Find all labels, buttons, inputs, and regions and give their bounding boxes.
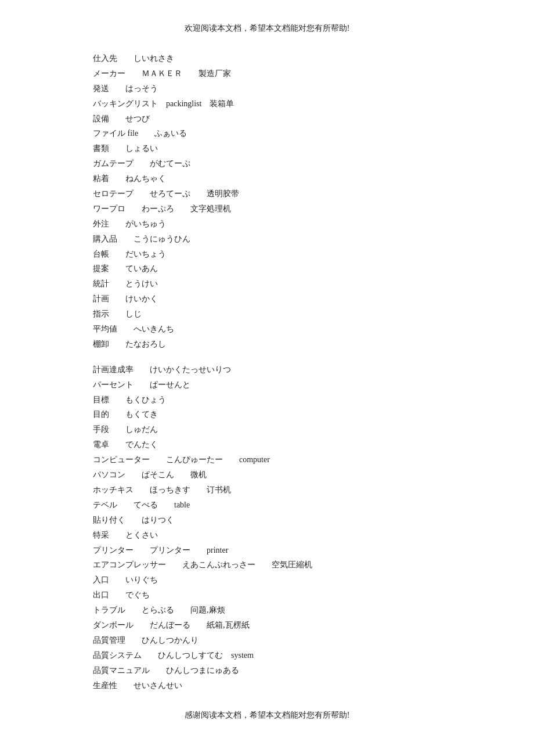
list-item: 入口 いりぐち — [93, 573, 499, 588]
list-item: パーセント ぱーせんと — [93, 377, 499, 393]
list-item: 品質システム ひんしつしすてむ system — [93, 648, 499, 663]
footer-text: 感谢阅读本文档，希望本文档能对您有所帮助! — [35, 710, 499, 721]
list-item: 棚卸 たなおろし — [93, 337, 499, 352]
list-item: 提案 ていあん — [93, 261, 499, 276]
list-item: ホッチキス ほっちきす 订书机 — [93, 483, 499, 498]
list-item: 粘着 ねんちゃく — [93, 171, 499, 186]
list-item: パソコン ぱそこん 微机 — [93, 467, 499, 483]
list-item: メーカー ＭＡＫＥＲ 製造厂家 — [93, 66, 499, 81]
list-item: 平均値 へいきんち — [93, 322, 499, 337]
list-item: 手段 しゅだん — [93, 422, 499, 437]
header: 欢迎阅读本文档，希望本文档能对您有所帮助! — [35, 23, 499, 34]
list-item: 購入品 こうにゅうひん — [93, 232, 499, 247]
list-item: 指示 しじ — [93, 307, 499, 322]
list-item: 計画達成率 けいかくたっせいりつ — [93, 362, 499, 377]
section-gap — [93, 352, 499, 362]
list-item: コンピューター こんぴゅーたー computer — [93, 452, 499, 467]
list-item: 発送 はっそう — [93, 81, 499, 96]
list-item: 品質マニュアル ひんしつまにゅある — [93, 663, 499, 678]
list-item: プリンター プリンター printer — [93, 543, 499, 558]
list-item: 貼り付く はりつく — [93, 513, 499, 528]
list-item: ダンボール だんぼーる 紙箱,瓦楞紙 — [93, 618, 499, 633]
list-item: 目標 もくひょう — [93, 393, 499, 408]
header-text: 欢迎阅读本文档，希望本文档能对您有所帮助! — [35, 23, 499, 34]
list-item: 台帳 だいちょう — [93, 247, 499, 262]
list-item: 生産性 せいさんせい — [93, 678, 499, 693]
list-item: 統計 とうけい — [93, 276, 499, 291]
section1: 仕入先 しいれさきメーカー ＭＡＫＥＲ 製造厂家発送 はっそうバッキングリスト … — [93, 51, 499, 352]
list-item: ファイル file ふぁいる — [93, 126, 499, 141]
list-item: 電卓 でんたく — [93, 437, 499, 452]
footer: 感谢阅读本文档，希望本文档能对您有所帮助! — [35, 710, 499, 721]
main-content: 仕入先 しいれさきメーカー ＭＡＫＥＲ 製造厂家発送 はっそうバッキングリスト … — [93, 51, 499, 693]
list-item: 仕入先 しいれさき — [93, 51, 499, 66]
list-item: 設備 せつび — [93, 111, 499, 127]
list-item: 書類 しょるい — [93, 141, 499, 156]
list-item: ワープロ わーぷろ 文字処理机 — [93, 201, 499, 217]
list-item: 目的 もくてき — [93, 407, 499, 422]
list-item: エアコンプレッサー えあこんぷれっさー 空気圧縮机 — [93, 557, 499, 573]
list-item: 出口 でぐち — [93, 588, 499, 603]
list-item: 品質管理 ひんしつかんり — [93, 633, 499, 648]
list-item: バッキングリスト packinglist 装箱单 — [93, 96, 499, 111]
list-item: トラブル とらぶる 问题,麻烦 — [93, 603, 499, 618]
list-item: 特采 とくさい — [93, 528, 499, 543]
section2: 計画達成率 けいかくたっせいりつパーセント ぱーせんと目標 もくひょう目的 もく… — [93, 362, 499, 693]
list-item: ガムテープ がむてーぷ — [93, 156, 499, 171]
list-item: 計画 けいかく — [93, 291, 499, 307]
list-item: セロテープ せろてーぷ 透明胶带 — [93, 186, 499, 201]
list-item: 外注 がいちゅう — [93, 217, 499, 232]
list-item: テベル てべる table — [93, 498, 499, 513]
